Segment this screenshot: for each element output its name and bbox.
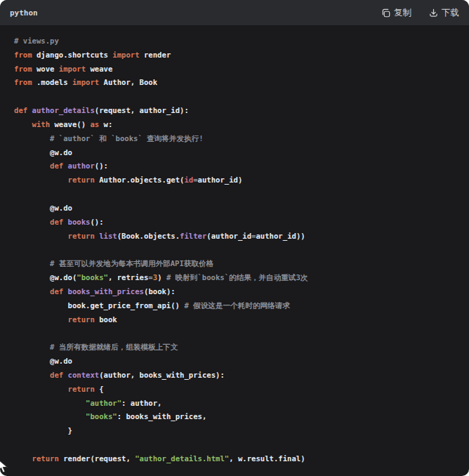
code-block-header: python 复制 下载 <box>0 0 469 25</box>
code-line: "author": author, <box>14 397 462 411</box>
download-button[interactable]: 下载 <box>428 7 459 19</box>
code-line: @w.do <box>14 146 462 160</box>
code-block-card: python 复制 下载 <box>0 0 469 476</box>
code-line: "books": books_with_prices, <box>14 410 462 424</box>
code-line: return render(request, "author_details.h… <box>14 452 462 466</box>
copy-button[interactable]: 复制 <box>381 7 411 19</box>
code-line: return book <box>14 313 462 327</box>
copy-button-label: 复制 <box>394 7 411 19</box>
code-line: from .models import Author, Book <box>14 76 462 90</box>
code-line: return { <box>14 383 462 397</box>
code-line: return list(Book.objects.filter(author_i… <box>14 230 462 244</box>
code-line: # 当所有数据就绪后，组装模板上下文 <box>14 341 462 355</box>
code-line: # views.py <box>14 34 462 48</box>
code-line: @w.do <box>14 355 462 369</box>
code-line <box>14 243 462 257</box>
code-line: def books_with_prices(book): <box>14 285 462 299</box>
code-line: return Author.objects.get(id=author_id) <box>14 173 462 187</box>
code-block: # views.pyfrom django.shortcuts import r… <box>0 25 469 466</box>
language-label: python <box>10 8 38 18</box>
code-line: def context(author, books_with_prices): <box>14 369 462 383</box>
code-line <box>14 326 462 341</box>
code-line: def books(): <box>14 216 462 230</box>
code-line: book.get_price_from_api() # 假设这是一个耗时的网络请… <box>14 299 462 313</box>
code-line: def author(): <box>14 159 462 173</box>
code-line: } <box>14 424 462 438</box>
code-line: # `author` 和 `books` 查询将并发执行! <box>14 132 462 146</box>
code-line <box>14 187 462 201</box>
code-line: from django.shortcuts import render <box>14 48 462 62</box>
copy-icon <box>381 8 391 18</box>
code-line: # 甚至可以并发地为每本书调用外部API获取价格 <box>14 257 462 271</box>
code-line: @w.do <box>14 201 462 216</box>
code-line: @w.do("books", retries=3) # 映射到`books`的结… <box>14 271 462 285</box>
download-button-label: 下载 <box>442 7 459 19</box>
code-line <box>14 438 462 452</box>
download-icon <box>428 8 439 18</box>
code-line <box>14 90 462 104</box>
code-line: def author_details(request, author_id): <box>14 104 462 118</box>
header-actions: 复制 下载 <box>381 7 459 19</box>
code-line: from wove import weave <box>14 62 462 77</box>
code-line: with weave() as w: <box>14 118 462 132</box>
